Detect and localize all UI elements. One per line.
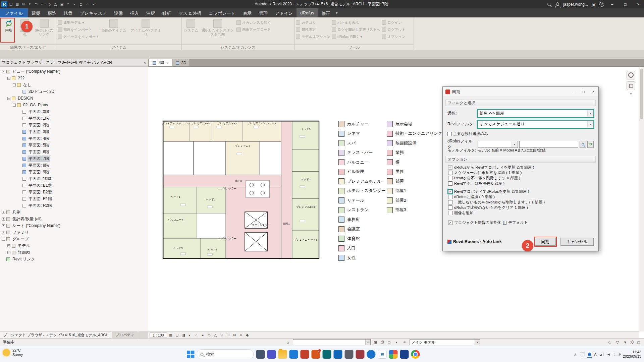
ribbon-button-オカレンスを除く[interactable]: オカレンスを除く [236, 20, 271, 25]
app-chrome-icon[interactable] [411, 350, 420, 359]
ribbon-tab-dRofus[interactable]: dRofus [297, 8, 318, 17]
worksets-icon[interactable]: ◻ [386, 340, 392, 345]
ribbon-tab-建築[interactable]: 建築 [28, 8, 44, 17]
sync-ok-button[interactable]: 同期 [535, 238, 556, 246]
tree-item[interactable]: −ビュー ("Company Name") [0, 68, 148, 75]
tree-item[interactable]: Revit リンク [0, 256, 148, 262]
ribbon-button-画像アップロード[interactable]: 画像アップロード [236, 27, 271, 32]
vertical-scrollbar[interactable] [639, 67, 644, 331]
app-settings-icon[interactable] [344, 350, 353, 359]
ribbon-button-カテゴリ[interactable]: カテゴリ [296, 20, 330, 25]
rendered-view-icon[interactable]: ◇ [206, 333, 212, 338]
tree-item[interactable]: 平面図: 1階 [0, 115, 148, 122]
app-blue-icon[interactable] [400, 350, 409, 359]
expander-icon[interactable]: − [13, 83, 16, 86]
thin-lines-icon[interactable]: ─ [85, 1, 90, 7]
tree-item[interactable]: 平面図: B1階 [0, 182, 148, 189]
ribbon-tab-プレキャスト[interactable]: プレキャスト [76, 8, 110, 17]
ribbon-tab-設備[interactable]: 設備 [110, 8, 126, 17]
ribbon-tab-ファイル[interactable]: ファイル [0, 8, 28, 17]
expander-icon[interactable]: + [2, 224, 5, 227]
tag-by-category-icon[interactable]: ▣ [59, 1, 65, 7]
tree-item[interactable]: −02_GA_Plans [0, 102, 148, 108]
exclude-options-icon[interactable]: ◇ [607, 340, 612, 345]
tree-item[interactable]: 平面図: 0階 [0, 108, 148, 115]
drofus-filter-input[interactable] [519, 141, 578, 148]
active-workset-combo[interactable]: メイン モデル▾ [410, 339, 480, 345]
project-sync-checkbox[interactable]: ✓ [448, 221, 452, 225]
tree-item[interactable]: 平面図: 10階 [0, 175, 148, 182]
sync-option-checkbox[interactable]: ✓ [448, 189, 452, 194]
tree-item[interactable]: +凡例 [0, 209, 148, 216]
temporary-hide-isolate-icon[interactable]: ▽ [219, 333, 225, 338]
filter-icon[interactable]: ▼ [623, 340, 628, 345]
ribbon-tab-修正[interactable]: 修正 [318, 8, 334, 17]
project-browser-header[interactable]: プロジェクト ブラウザ - ステップ3+4+5+6_複合モデル_ARCH × [0, 59, 148, 67]
app-mail-icon[interactable] [289, 350, 298, 359]
sync-option-checkbox[interactable] [448, 195, 452, 199]
primary-only-checkbox[interactable] [447, 132, 452, 136]
clock[interactable]: 11:43 2023/09/13 [623, 350, 641, 359]
app-teams-icon[interactable] [267, 350, 276, 359]
detail-level-icon[interactable]: ◨ [181, 333, 186, 338]
ribbon-button-選択したインスタンスを同期[interactable]: 選択したインスタンスを同期 [200, 18, 235, 36]
ribbon-button-ログアウト[interactable]: ログアウト [382, 27, 406, 32]
app-revit-icon[interactable]: R [378, 350, 386, 359]
wifi-icon[interactable] [600, 353, 604, 356]
dialog-maximize-button[interactable]: □ [578, 87, 588, 97]
close-button[interactable]: × [633, 0, 643, 8]
ribbon-button-オプション[interactable]: オプション [382, 34, 406, 39]
dialog-close-button[interactable]: × [588, 87, 598, 97]
tree-item[interactable]: 平面図: 3階 [0, 128, 148, 135]
tree-item[interactable]: −グループ [0, 236, 148, 242]
expander-icon[interactable]: − [7, 77, 10, 80]
undo-icon[interactable]: ↶ [27, 1, 33, 7]
tree-item[interactable]: +モデル [0, 242, 148, 249]
sync-option-checkbox[interactable]: ✓ [448, 165, 452, 170]
start-button[interactable] [187, 351, 194, 358]
tree-item[interactable]: +詳細図 [0, 249, 148, 256]
expander-icon[interactable]: + [2, 231, 5, 234]
ribbon-tab-表示[interactable]: 表示 [239, 8, 255, 17]
revit-filter-combo[interactable]: すべてスケジュール通り▾ [478, 120, 594, 128]
measure-icon[interactable]: ◇ [46, 1, 52, 7]
tab-project-browser[interactable]: プロジェクト ブラウザ - ステップ3+4+5+6_複合モデル_ARCH [0, 332, 112, 338]
scrollbar-thumb[interactable] [640, 69, 643, 119]
expander-icon[interactable]: − [2, 70, 5, 73]
text-note-icon[interactable]: ≡ [65, 1, 71, 7]
show-crop-icon[interactable]: ▦ [168, 333, 174, 338]
tree-item[interactable]: 平面図: 9階 [0, 169, 148, 175]
tab-properties[interactable]: プロパティ [112, 332, 138, 338]
sync-option-checkbox[interactable] [448, 200, 452, 204]
expander-icon[interactable]: + [2, 211, 5, 214]
expander-icon[interactable]: + [7, 244, 10, 247]
ribbon-button-モデルオプション[interactable]: モデルオプション [296, 34, 330, 39]
tree-item[interactable]: 平面図: 5階 [0, 142, 148, 148]
revit-logo-icon[interactable]: R [1, 1, 7, 7]
expander-icon[interactable]: − [7, 97, 10, 100]
cancel-button[interactable]: キャンセル [560, 238, 594, 246]
ribbon-button-dRofusへのリンク[interactable]: dRofusへのリンク [34, 18, 55, 36]
drofus-refresh-button[interactable]: ↻ [587, 141, 594, 148]
ribbon-tab-注釈[interactable]: 注釈 [143, 8, 159, 17]
view-tab-7f[interactable]: 7階 × [149, 59, 172, 66]
tree-item[interactable]: −??? [0, 75, 148, 81]
tree-item[interactable]: 平面図: R2階 [0, 202, 148, 209]
visual-style-icon[interactable]: ◐ [187, 333, 193, 338]
minimize-button[interactable]: – [607, 0, 617, 8]
tree-item[interactable]: 平面図: 6階 [0, 148, 148, 155]
maximize-button[interactable]: □ [620, 0, 630, 8]
cart-icon[interactable]: ▣ [591, 2, 596, 7]
print-icon[interactable]: ▭ [40, 1, 46, 7]
scale-button[interactable]: 1 : 100 [150, 333, 167, 338]
tree-item[interactable]: +シート ("Company Name") [0, 222, 148, 229]
project-browser-close-icon[interactable]: × [144, 61, 146, 65]
tree-item[interactable]: 平面図: 8階 [0, 162, 148, 169]
press-drag-icon[interactable]: ▽ [615, 340, 620, 345]
aligned-dimension-icon[interactable]: △ [53, 1, 58, 7]
sync-option-checkbox[interactable] [448, 176, 452, 180]
tree-item[interactable]: 平面図: 2階 [0, 122, 148, 128]
ribbon-button-部屋をインポート[interactable]: 部屋をインポート [58, 27, 99, 32]
sync-with-central-icon[interactable]: ⊞ [21, 1, 26, 7]
help-icon[interactable]: ? [599, 2, 604, 7]
